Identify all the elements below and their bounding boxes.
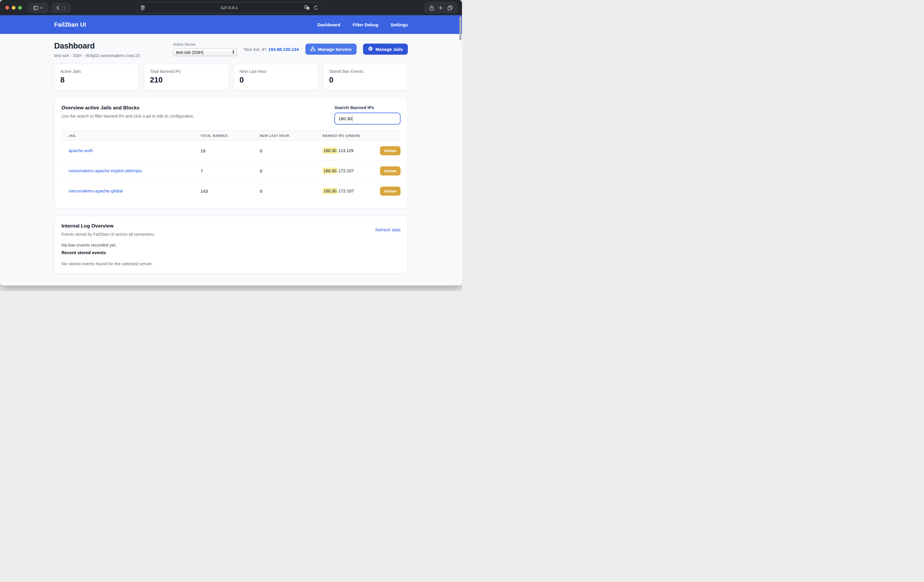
- refresh-data-link[interactable]: Refresh data: [375, 227, 401, 232]
- page-header: Dashboard test-ssh · SSH · rlinfp02.swis…: [54, 41, 408, 58]
- app-navbar: Fail2ban UI Dashboard Filter Debug Setti…: [0, 15, 462, 34]
- banned-ip: 160.30.172.107: [323, 189, 354, 193]
- stat-value: 0: [239, 76, 312, 84]
- back-button-icon[interactable]: [56, 6, 59, 10]
- nav-link-settings[interactable]: Settings: [391, 22, 408, 27]
- stat-card-active-jails: Active Jails 8: [54, 64, 139, 90]
- address-bar[interactable]: 127.0.0.1 A x: [137, 2, 322, 13]
- reload-icon[interactable]: [314, 5, 318, 10]
- table-row: swissmakers-apache-exploit-attempts 7 0 …: [61, 161, 401, 181]
- jail-link[interactable]: swissmakers-apache-exploit-attempts: [69, 168, 142, 173]
- column-header-banned-ips: Banned IPs (Unban): [323, 131, 401, 141]
- manage-servers-label: Manage Servers: [318, 47, 351, 52]
- banned-ip: 160.30.172.107: [323, 168, 354, 173]
- minimize-window-button[interactable]: [12, 6, 15, 10]
- internal-log-title: Internal Log Overview: [61, 223, 155, 229]
- external-ip-label: Your ext. IP:: [243, 47, 267, 52]
- external-ip-value[interactable]: 194.88.100.134: [268, 47, 299, 52]
- search-banned-ips-label: Search Banned IPs: [334, 105, 401, 110]
- active-server-label: Active Server: [173, 42, 237, 46]
- new-last-hour-value: 0: [260, 141, 322, 161]
- close-window-button[interactable]: [5, 6, 9, 10]
- total-banned-value: 143: [201, 181, 260, 201]
- table-header-row: Jail Total Banned New Last Hour Banned I…: [61, 131, 401, 141]
- stat-card-total-banned: Total Banned IPs 210: [144, 64, 229, 90]
- address-bar-actions: A x: [304, 5, 318, 10]
- unban-button[interactable]: Unban: [380, 146, 401, 155]
- stat-value: 0: [329, 76, 402, 84]
- overview-description: Use the search to filter banned IPs and …: [61, 114, 195, 118]
- active-server-value: test-ssh (SSH): [176, 50, 203, 55]
- jail-link[interactable]: swissmakers-apache-global: [69, 188, 123, 193]
- total-banned-value: 19: [201, 141, 260, 161]
- ip-rest: .172.107: [337, 189, 354, 193]
- fullscreen-window-button[interactable]: [18, 6, 22, 10]
- forward-button-icon[interactable]: [63, 6, 66, 10]
- stat-label: Stored Ban Events: [329, 69, 402, 74]
- sidebar-toggle-group: [28, 3, 48, 13]
- sidebar-icon[interactable]: [33, 6, 38, 10]
- history-nav-group: [52, 3, 71, 13]
- no-ban-events-text: No ban events recorded yet.: [61, 242, 401, 247]
- tab-actions-group: [424, 2, 457, 13]
- browser-toolbar: 127.0.0.1 A x: [0, 0, 462, 15]
- stat-card-new-last-hour: New Last Hour 0: [233, 64, 318, 90]
- manage-jails-label: Manage Jails: [376, 47, 403, 52]
- stat-card-stored-ban-events: Stored Ban Events 0: [323, 64, 408, 90]
- unban-button[interactable]: Unban: [380, 187, 401, 196]
- url-text[interactable]: 127.0.0.1: [137, 5, 322, 10]
- search-input-value: 160.30: [338, 116, 352, 121]
- ip-rest: .172.107: [337, 168, 354, 173]
- app-brand: Fail2ban UI: [54, 21, 86, 28]
- internal-log-description: Events stored by Fail2ban-UI across all …: [61, 232, 155, 237]
- nav-link-dashboard[interactable]: Dashboard: [317, 22, 340, 27]
- tab-overview-icon[interactable]: [448, 5, 452, 10]
- ip-search-highlight: 160.30: [323, 188, 337, 194]
- manage-servers-button[interactable]: Manage Servers: [305, 44, 356, 55]
- translate-icon[interactable]: A x: [304, 5, 310, 10]
- stat-label: New Last Hour: [239, 69, 312, 74]
- overview-title: Overview active Jails and Blocks: [61, 105, 195, 111]
- column-header-jail: Jail: [61, 131, 201, 141]
- stat-value: 8: [60, 76, 133, 84]
- new-last-hour-value: 0: [260, 181, 322, 201]
- manage-jails-button[interactable]: Manage Jails: [363, 44, 408, 55]
- traffic-lights: [5, 6, 22, 10]
- stat-cards: Active Jails 8 Total Banned IPs 210 New …: [54, 64, 408, 90]
- jail-link[interactable]: apache-auth: [69, 148, 93, 153]
- select-arrows-icon: [232, 50, 234, 55]
- page-scrollbar[interactable]: [459, 16, 461, 40]
- ip-search-highlight: 160.30: [323, 147, 337, 154]
- active-server-select[interactable]: test-ssh (SSH): [173, 48, 237, 56]
- table-row: apache-auth 19 0 160.30.113.129 Unban: [61, 141, 401, 161]
- gear-icon: [368, 46, 373, 52]
- overview-card: Overview active Jails and Blocks Use the…: [54, 98, 408, 209]
- svg-text:x: x: [307, 7, 309, 10]
- nav-links: Dashboard Filter Debug Settings: [317, 22, 408, 27]
- browser-window: 127.0.0.1 A x: [0, 0, 462, 286]
- new-tab-icon[interactable]: [439, 6, 443, 10]
- banned-ip: 160.30.113.129: [323, 148, 354, 153]
- search-banned-ips-input[interactable]: 160.30: [334, 113, 401, 125]
- no-stored-events-text: No stored events found for the selected …: [61, 261, 401, 266]
- jails-table: Jail Total Banned New Last Hour Banned I…: [61, 130, 401, 201]
- page-body: Dashboard test-ssh · SSH · rlinfp02.swis…: [0, 34, 462, 286]
- column-header-new-last-hour: New Last Hour: [260, 131, 322, 141]
- page-title: Dashboard: [54, 41, 140, 51]
- nav-link-filter-debug[interactable]: Filter Debug: [353, 22, 378, 27]
- share-icon[interactable]: [429, 5, 434, 10]
- ip-rest: .113.129: [337, 148, 353, 153]
- sitemap-icon: [310, 46, 315, 52]
- page-subtitle: test-ssh · SSH · rlinfp02.swissmakers.co…: [54, 53, 140, 58]
- new-last-hour-value: 0: [260, 161, 322, 181]
- unban-button[interactable]: Unban: [380, 166, 401, 176]
- internal-log-card: Internal Log Overview Events stored by F…: [54, 216, 408, 273]
- text-cursor: [352, 116, 353, 122]
- stat-label: Active Jails: [60, 69, 133, 74]
- stat-label: Total Banned IPs: [150, 69, 223, 74]
- column-header-total-banned: Total Banned: [201, 131, 260, 141]
- recent-stored-events-title: Recent stored events: [61, 250, 401, 255]
- sidebar-chevron-down-icon[interactable]: [40, 7, 43, 9]
- total-banned-value: 7: [201, 161, 260, 181]
- ip-search-highlight: 160.30: [323, 168, 337, 174]
